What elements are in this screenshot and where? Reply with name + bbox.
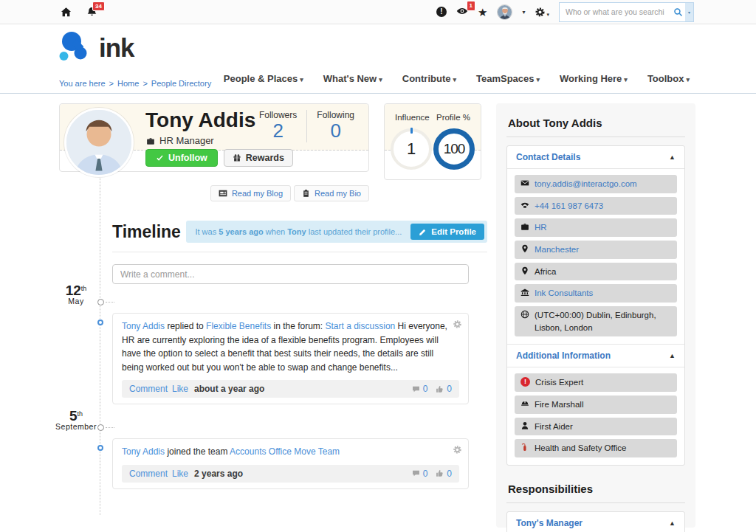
- alerts-icon[interactable]: [436, 7, 447, 17]
- like-link[interactable]: Like: [172, 384, 188, 394]
- post-gear-icon[interactable]: [453, 445, 462, 455]
- breadcrumb-people-directory[interactable]: People Directory: [151, 79, 211, 88]
- post-author-link[interactable]: Tony Addis: [122, 446, 165, 457]
- pencil-icon: [419, 228, 427, 236]
- clipboard-icon: [302, 189, 310, 198]
- fire-helmet-icon: [520, 399, 529, 408]
- search-input[interactable]: [560, 7, 670, 16]
- nav-whats-new[interactable]: What's New▾: [323, 73, 382, 84]
- timeline-date: 12th May: [55, 283, 97, 305]
- like-count: 0: [436, 469, 452, 479]
- pin-icon: [520, 266, 529, 275]
- utility-bar: 34 1 ★ ▾ ▾ ▾: [0, 0, 756, 24]
- timeline-date: 5th September: [55, 408, 97, 431]
- home-icon[interactable]: [61, 7, 72, 18]
- timeline-title: Timeline: [112, 222, 181, 242]
- comment-bubble-icon: [412, 469, 420, 477]
- post-team-link[interactable]: Accounts Office Move Team: [230, 446, 340, 457]
- chevron-down-icon: ▾: [686, 76, 690, 83]
- comment-count: 0: [412, 384, 428, 394]
- responsibilities-title: Responsibilities: [506, 478, 685, 503]
- tonys-manager-section-header[interactable]: Tony's Manager ▲: [507, 512, 684, 532]
- like-count: 0: [436, 384, 452, 394]
- thumbs-up-icon: [436, 469, 444, 477]
- timeline-node-icon: [97, 445, 103, 451]
- nav-teamspaces[interactable]: TeamSpaces▾: [476, 73, 540, 84]
- timeline-node-icon: [97, 299, 104, 305]
- contact-details-section-header[interactable]: Contact Details ▲: [507, 146, 684, 169]
- profile-avatar[interactable]: [64, 108, 134, 177]
- search-icon[interactable]: [670, 3, 685, 21]
- watch-count-badge: 1: [467, 1, 475, 11]
- briefcase-icon: [146, 137, 155, 145]
- nav-working-here[interactable]: Working Here▾: [560, 73, 628, 84]
- alert-icon: [520, 377, 530, 387]
- write-comment-input[interactable]: [112, 264, 469, 284]
- thumbs-up-icon: [436, 385, 444, 393]
- profile-name: Tony Addis: [145, 108, 255, 132]
- contact-item-region: Africa: [515, 263, 677, 281]
- influence-card: Influence Profile % 1 100: [384, 103, 481, 180]
- globe-icon: [520, 310, 529, 319]
- person-icon: [520, 421, 529, 430]
- post-gear-icon[interactable]: [453, 319, 462, 329]
- pin-icon: [520, 244, 529, 253]
- post-topic-link[interactable]: Flexible Benefits: [206, 321, 271, 331]
- gift-icon: [233, 153, 241, 162]
- watching-eye-icon[interactable]: 1: [456, 6, 468, 18]
- notification-count-badge: 34: [92, 1, 105, 12]
- bank-icon: [520, 288, 529, 297]
- nav-people-places[interactable]: People & Places▾: [224, 73, 303, 84]
- like-link[interactable]: Like: [172, 469, 188, 479]
- profile-update-notice: It was 5 years ago when Tony last update…: [186, 221, 487, 243]
- timeline-post: 5th September Tony Addis joined the team…: [112, 438, 469, 489]
- favorites-star-icon[interactable]: ★: [478, 7, 487, 18]
- read-my-blog-tab[interactable]: Read my Blog: [210, 185, 291, 201]
- chevron-up-icon: ▲: [669, 352, 676, 359]
- search-options-chevron-down-icon[interactable]: ▾: [685, 3, 693, 21]
- breadcrumb-you-are-here[interactable]: You are here: [59, 79, 106, 88]
- about-card: Contact Details ▲ tony.addis@interactgo.…: [506, 145, 685, 466]
- breadcrumb-home[interactable]: Home: [117, 79, 139, 88]
- post-timestamp: 2 years ago: [194, 469, 243, 479]
- settings-gear-icon[interactable]: ▾: [535, 7, 549, 18]
- manager-card: Tony's Manager ▲ Craig Sanderson +44 20 …: [506, 511, 685, 532]
- nav-toolbox[interactable]: Toolbox▾: [647, 73, 690, 84]
- unfollow-button[interactable]: Unfollow: [145, 149, 218, 167]
- contact-item-timezone: (UTC+00:00) Dublin, Edinburgh, Lisbon, L…: [515, 306, 677, 336]
- comment-link[interactable]: Comment: [129, 384, 168, 394]
- site-header: ink People & Places▾ What's New▾ Contrib…: [0, 24, 756, 94]
- read-my-bio-tab[interactable]: Read my Bio: [294, 185, 369, 201]
- chevron-up-icon: ▲: [669, 519, 676, 527]
- additional-information-section-header[interactable]: Additional Information ▲: [507, 344, 684, 367]
- check-icon: [156, 154, 164, 162]
- followers-stat[interactable]: Followers 2: [250, 110, 307, 142]
- contact-item-phone: +44 161 987 6473: [515, 197, 677, 215]
- influence-ring: 1: [391, 128, 432, 170]
- additional-item-health-safety: Health and Safety Office: [515, 439, 677, 457]
- comment-link[interactable]: Comment: [129, 469, 168, 479]
- following-stat[interactable]: Following 0: [307, 110, 364, 142]
- edit-profile-button[interactable]: Edit Profile: [410, 224, 484, 240]
- additional-item-first-aider: First Aider: [515, 418, 677, 436]
- notifications-bell-icon[interactable]: 34: [86, 7, 97, 18]
- additional-item-crisis-expert: Crisis Expert: [515, 373, 677, 392]
- logo-text: ink: [99, 33, 134, 63]
- site-logo[interactable]: ink: [58, 30, 134, 66]
- post-forum-link[interactable]: Start a discussion: [326, 321, 396, 331]
- comment-count: 0: [412, 469, 428, 479]
- user-menu-chevron-down-icon[interactable]: ▾: [522, 9, 525, 15]
- contact-item-department: HR: [515, 218, 677, 237]
- chevron-down-icon: ▾: [379, 76, 382, 83]
- current-user-avatar[interactable]: [497, 4, 512, 20]
- breadcrumb: You are here>Home>People Directory: [59, 79, 211, 88]
- global-search: ▾: [559, 2, 694, 22]
- contact-item-email: tony.addis@interactgo.com: [515, 175, 677, 193]
- rewards-button[interactable]: Rewards: [224, 149, 293, 167]
- chevron-up-icon: ▲: [669, 153, 676, 161]
- about-sidebar: About Tony Addis Contact Details ▲ tony.…: [496, 103, 695, 528]
- fire-extinguisher-icon: [520, 443, 529, 452]
- post-author-link[interactable]: Tony Addis: [122, 321, 165, 331]
- settings-chevron-down-icon: ▾: [546, 12, 549, 18]
- nav-contribute[interactable]: Contribute▾: [402, 73, 456, 84]
